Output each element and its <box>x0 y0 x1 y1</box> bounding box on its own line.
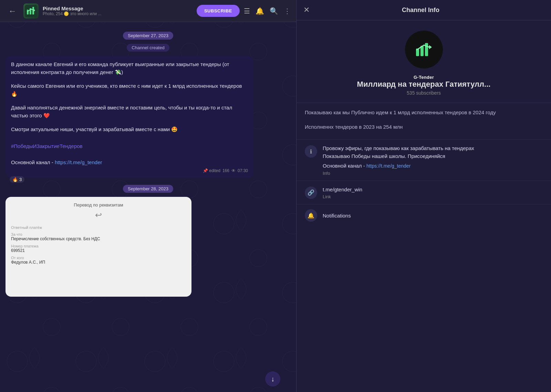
svg-rect-8 <box>425 43 428 56</box>
info-header: ✕ Channel Info <box>297 0 551 20</box>
message-1-link[interactable]: https://t.me/g_tender <box>55 159 102 165</box>
payment-doc: Перевод по реквизитам ↩ Ответный платёж … <box>6 197 191 297</box>
message-1-wrap: В данном канале Евгений и его команда пу… <box>6 56 291 178</box>
message-time: 07:30 <box>238 168 248 173</box>
message-1-text1: В данном канале Евгений и его команда пу… <box>11 61 248 76</box>
message-1-link-container: Основной канал - https://t.me/g_tender <box>11 159 248 167</box>
info-row-link-prefix: Основной канал - <box>323 163 366 169</box>
view-icon: 👁 <box>231 168 236 173</box>
channel-created-badge: Channel created <box>127 44 169 52</box>
channel-subscribers: 535 subscribers <box>407 90 441 96</box>
payment-doc-title: Перевод по реквизитам <box>74 202 123 208</box>
info-avatar-section: G-Tender Миллиард на тендерах Гатиятулл.… <box>297 20 551 103</box>
chat-panel: ← Pinned Message Photo, 254 🪙 это много … <box>0 0 296 392</box>
payment-label2: За что <box>11 232 22 236</box>
scroll-down-button[interactable]: ↓ <box>265 371 280 386</box>
notifications-label: Notifications <box>323 213 351 219</box>
payment-value2: Перечисление собственных средств. Без НД… <box>11 236 100 241</box>
description-line1: Показываю как мы Публично идем к 1 млрд … <box>305 108 543 117</box>
info-row-link-main[interactable]: https://t.me/g_tender <box>366 163 410 169</box>
info-row-info: ℹ Провожу эфиры, где показываю как зараб… <box>297 139 551 181</box>
svg-point-5 <box>412 38 436 62</box>
close-info-button[interactable]: ✕ <box>303 6 310 14</box>
info-row-main-link: t.me/gtender_win <box>323 186 543 194</box>
header-info: Pinned Message Photo, 254 🪙 это много ил… <box>43 6 193 16</box>
date-label-sep27: September 27, 2023 <box>123 32 173 40</box>
svg-rect-1 <box>27 10 29 14</box>
view-count: 166 <box>222 168 229 173</box>
message-1-footer: 📌 edited 166 👁 07:30 <box>11 168 248 173</box>
channel-name-main: Миллиард на тендерах Гатиятулл... <box>357 80 491 89</box>
channel-avatar <box>405 31 443 68</box>
message-1-hashtag[interactable]: #ПобедыИЗакрытиеТендеров <box>11 143 248 149</box>
date-separator-sep27: September 27, 2023 <box>6 32 291 40</box>
mute-icon[interactable]: 🔔 <box>256 7 264 15</box>
date-separator-sep28: September 28, 2023 <box>6 185 291 193</box>
avatar-name-label: G-Tender <box>414 75 434 80</box>
info-panel: ✕ Channel Info G-Tender Миллиард на тенд… <box>296 0 551 392</box>
channel-created-container: Channel created <box>6 44 291 52</box>
chat-messages: September 27, 2023 Channel created В дан… <box>0 22 296 392</box>
payment-value4: Федулов А.С., ИП <box>11 260 45 265</box>
message-1-text2: Кейсы самого Евгения или его учеников, к… <box>11 82 248 98</box>
message-1-text3: Давай наполняться денежной энергией вмес… <box>11 104 248 119</box>
chat-header: ← Pinned Message Photo, 254 🪙 это много … <box>0 0 296 22</box>
payment-image: Перевод по реквизитам ↩ Ответный платёж … <box>6 197 191 297</box>
info-row-main-info: Провожу эфиры, где показываю как зарабат… <box>323 145 543 152</box>
info-description: Показываю как мы Публично идем к 1 млрд … <box>297 103 551 137</box>
date-label-sep28: September 28, 2023 <box>123 185 173 193</box>
subscribe-button[interactable]: SUBSCRIBE <box>197 5 240 17</box>
info-row-label-link: Link <box>323 194 543 199</box>
notifications-icon: 🔔 <box>305 209 317 222</box>
reaction-count: 3 <box>19 177 22 182</box>
back-button[interactable]: ← <box>6 5 19 17</box>
info-row-main-info2: Показываю Победы нашей школы. Присоединя… <box>323 152 543 160</box>
payment-message: Перевод по реквизитам ↩ Ответный платёж … <box>6 197 191 297</box>
message-1-text4: Смотри актуальные ниши, участвуй и зараб… <box>11 126 248 134</box>
notifications-row[interactable]: 🔔 Notifications <box>297 204 551 226</box>
more-icon[interactable]: ⋮ <box>284 7 291 15</box>
info-row-content-link: t.me/gtender_win Link <box>323 186 543 200</box>
info-row-link: 🔗 t.me/gtender_win Link <box>297 181 551 204</box>
info-row-link-container: Основной канал - https://t.me/g_tender <box>323 162 543 170</box>
payment-label1: Ответный платёж <box>11 225 42 230</box>
payment-message-wrap: Перевод по реквизитам ↩ Ответный платёж … <box>6 197 291 297</box>
info-row-icon-info: ℹ <box>305 145 317 158</box>
info-row-icon-link: 🔗 <box>305 187 317 199</box>
message-1-reaction[interactable]: 🔥 3 <box>10 176 24 183</box>
message-1-link-prefix: Основной канал - <box>11 159 55 165</box>
info-rows: ℹ Провожу эфиры, где показываю как зараб… <box>297 137 551 229</box>
header-icons: ☰ 🔔 🔍 ⋮ <box>244 7 291 15</box>
message-1-bubble: В данном канале Евгений и его команда пу… <box>6 56 253 178</box>
payment-icon: ↩ <box>95 210 102 220</box>
payment-value3: 699521 <box>11 248 25 253</box>
pinned-message-label: Pinned Message <box>43 6 193 11</box>
info-row-label-info: Info <box>323 171 543 176</box>
channel-icon <box>23 3 39 19</box>
search-icon[interactable]: 🔍 <box>270 7 278 15</box>
info-row-content-info: Провожу эфиры, где показываю как зарабат… <box>323 145 543 176</box>
info-panel-title: Channel Info <box>402 7 439 14</box>
payment-label4: От кого <box>11 256 24 260</box>
description-line2: Исполненнх тендеров в 2023 на 254 млн <box>305 123 543 131</box>
pinned-subtitle: Photo, 254 🪙 это много или ... <box>43 11 193 16</box>
reaction-emoji: 🔥 <box>12 177 18 182</box>
payment-label3: Номер платежа <box>11 244 39 248</box>
edited-label: 📌 edited <box>203 168 220 173</box>
sort-icon[interactable]: ☰ <box>244 7 250 15</box>
